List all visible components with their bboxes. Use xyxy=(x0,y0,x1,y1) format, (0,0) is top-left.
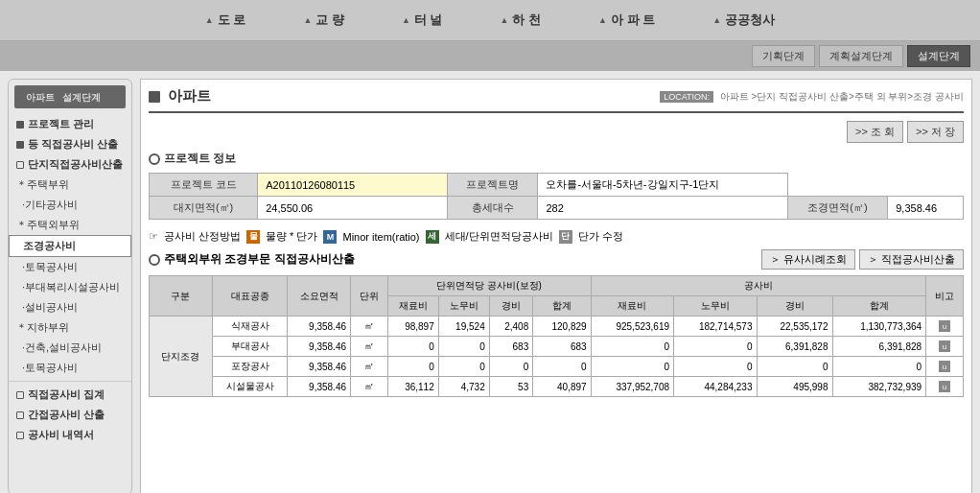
bullet-empty-icon xyxy=(16,391,24,399)
edit-icon-planting[interactable]: u xyxy=(939,320,950,332)
nav-public[interactable]: ▲ 공공청사 xyxy=(684,8,804,33)
location-label: LOCATION: xyxy=(660,91,713,103)
nav-arrow: ▲ xyxy=(712,15,721,25)
landscape-area-label: 조경면적(㎡) xyxy=(787,197,887,220)
page-icon xyxy=(149,91,160,103)
page-title-area: 아파트 xyxy=(149,87,211,106)
sidebar-item-civil[interactable]: ·토목공사비 xyxy=(9,257,131,277)
sidebar-item-landscape[interactable]: 조경공사비 xyxy=(9,235,131,257)
page-header: 아파트 LOCATION: 아파트 >단지 직접공사비 산출>주택 외 부위>조… xyxy=(149,87,964,113)
unit-tot-planting: 120,829 xyxy=(533,317,591,337)
unit-price-icon[interactable]: 단 xyxy=(559,230,572,244)
exp-paving: 0 xyxy=(757,357,832,377)
col-header-material: 재료비 xyxy=(591,296,673,317)
data-table: 구분 대표공종 소요면적 단위 단위면적당 공사비(보정) 공사비 비고 재료비… xyxy=(149,275,964,397)
save-button[interactable]: >> 저 장 xyxy=(907,121,964,143)
landscape-area-value: 9,358.46 xyxy=(888,197,964,220)
mat-planting: 925,523,619 xyxy=(591,317,673,337)
edit-auxiliary[interactable]: u xyxy=(926,337,964,357)
nav-tunnel[interactable]: ▲ 터 널 xyxy=(373,8,472,33)
unit-exp-planting: 2,408 xyxy=(489,317,533,337)
area-auxiliary: 9,358.46 xyxy=(288,337,351,357)
edit-icon-facilities[interactable]: u xyxy=(939,381,950,392)
sidebar-item-statement[interactable]: 공사비 내역서 xyxy=(9,425,131,445)
lab-planting: 182,714,573 xyxy=(674,317,757,337)
unit-lab-paving: 0 xyxy=(438,357,489,377)
total-units-value: 282 xyxy=(538,197,787,220)
location-path: 아파트 >단지 직접공사비 산출>주택 외 부위>조경 공사비 xyxy=(720,91,964,102)
sidebar-item-housing-section: ＊주택부위 xyxy=(9,175,131,195)
unit-exp-paving: 0 xyxy=(489,357,533,377)
col-header-unit-total: 합계 xyxy=(533,296,591,317)
minor-icon[interactable]: M xyxy=(323,230,337,244)
nav-arrow: ▲ xyxy=(205,15,214,25)
sub-section-buttons: ＞ 유사시례조회 ＞ 직접공사비산출 xyxy=(761,249,964,270)
edit-facilities[interactable]: u xyxy=(926,377,964,397)
tool-label-unit-area: 세대/단위면적당공사비 xyxy=(445,229,553,244)
col-header-unit-material: 재료비 xyxy=(387,296,438,317)
sidebar-item-direct-cost[interactable]: 등 직접공사비 산출 xyxy=(9,134,131,154)
sidebar-item-other-cost[interactable]: ·기타공사비 xyxy=(9,195,131,215)
col-header-labor: 노무비 xyxy=(674,296,757,317)
unit-planting: ㎡ xyxy=(351,317,388,337)
col-header-total-cost: 공사비 xyxy=(591,276,925,296)
area-planting: 9,358.46 xyxy=(288,317,351,337)
location-bar: LOCATION: 아파트 >단지 직접공사비 산출>주택 외 부위>조경 공사… xyxy=(660,90,964,104)
sidebar-item-exterior-section: ＊주택외부위 xyxy=(9,215,131,235)
unit-mat-planting: 98,897 xyxy=(387,317,438,337)
nav-road[interactable]: ▲ 도 로 xyxy=(176,8,275,33)
col-header-expense: 경비 xyxy=(757,296,832,317)
table-row: 포장공사 9,358.46 ㎡ 0 0 0 0 0 0 0 0 u xyxy=(150,357,964,377)
edit-icon-auxiliary[interactable]: u xyxy=(939,340,950,352)
tool-row: ☞ 공사비 산정방법 물 물량 * 단가 M Minor item(ratio)… xyxy=(149,229,964,244)
col-header-work-type: 대표공종 xyxy=(212,276,288,317)
nav-arrow: ▲ xyxy=(303,15,312,25)
page-title: 아파트 xyxy=(168,87,211,106)
col-header-unit: 단위 xyxy=(351,276,388,317)
sidebar-title: 아파트 설계단계 xyxy=(14,85,126,108)
nav-planning[interactable]: 기획단계 xyxy=(752,45,815,67)
sidebar-item-complex-direct[interactable]: 단지직접공사비산출 xyxy=(9,154,131,175)
nav-apartment[interactable]: ▲ 아 파 트 xyxy=(570,8,684,33)
unit-lab-auxiliary: 0 xyxy=(438,337,489,357)
content-area: 아파트 LOCATION: 아파트 >단지 직접공사비 산출>주택 외 부위>조… xyxy=(140,79,972,493)
sidebar-item-indirect[interactable]: 간접공사비 산출 xyxy=(9,405,131,425)
edit-paving[interactable]: u xyxy=(926,357,964,377)
exp-planting: 22,535,172 xyxy=(757,317,832,337)
nav-plan-design[interactable]: 계획설계단계 xyxy=(819,45,903,67)
unit-area-icon[interactable]: 세 xyxy=(426,230,439,244)
project-code-value[interactable]: A20110126080115 xyxy=(258,174,447,197)
sidebar-item-civil2[interactable]: ·토목공사비 xyxy=(9,358,131,378)
nav-bridge[interactable]: ▲ 교 량 xyxy=(274,8,373,33)
tot-planting: 1,130,773,364 xyxy=(832,317,926,337)
sidebar-item-project-mgmt[interactable]: 프로젝트 관리 xyxy=(9,114,131,134)
sidebar-item-arch-equip[interactable]: ·건축,설비공사비 xyxy=(9,338,131,358)
bullet-empty-icon xyxy=(16,411,24,419)
sub-section-circle-icon xyxy=(149,254,160,266)
action-buttons: >> 조 회 >> 저 장 xyxy=(149,121,964,143)
second-navigation: 기획단계 계획설계단계 설계단계 xyxy=(0,41,980,71)
unit-auxiliary: ㎡ xyxy=(351,337,388,357)
edit-icon-paving[interactable]: u xyxy=(939,361,950,372)
unit-facilities: ㎡ xyxy=(351,377,388,397)
col-header-unit-expense: 경비 xyxy=(489,296,533,317)
view-button[interactable]: >> 조 회 xyxy=(847,121,903,143)
direct-cost-button[interactable]: ＞ 직접공사비산출 xyxy=(859,249,964,270)
unit-mat-paving: 0 xyxy=(387,357,438,377)
unit-mat-auxiliary: 0 xyxy=(387,337,438,357)
quantity-icon[interactable]: 물 xyxy=(246,230,260,244)
bullet-icon xyxy=(16,141,24,149)
lab-paving: 0 xyxy=(674,357,757,377)
edit-planting[interactable]: u xyxy=(926,317,964,337)
nav-river[interactable]: ▲ 하 천 xyxy=(472,8,571,33)
mat-auxiliary: 0 xyxy=(591,337,673,357)
sidebar-item-welfare[interactable]: ·부대복리시설공사비 xyxy=(9,277,131,297)
similar-case-button[interactable]: ＞ 유사시례조회 xyxy=(761,249,855,270)
sidebar-item-equipment[interactable]: ·설비공사비 xyxy=(9,297,131,317)
unit-mat-facilities: 36,112 xyxy=(387,377,438,397)
project-section-title: 프로젝트 정보 xyxy=(164,151,236,167)
col-header-note: 비고 xyxy=(926,276,964,317)
bullet-empty-icon xyxy=(16,161,24,169)
nav-design[interactable]: 설계단계 xyxy=(907,45,970,67)
sidebar-item-direct-total[interactable]: 직접공사비 집계 xyxy=(9,385,131,405)
